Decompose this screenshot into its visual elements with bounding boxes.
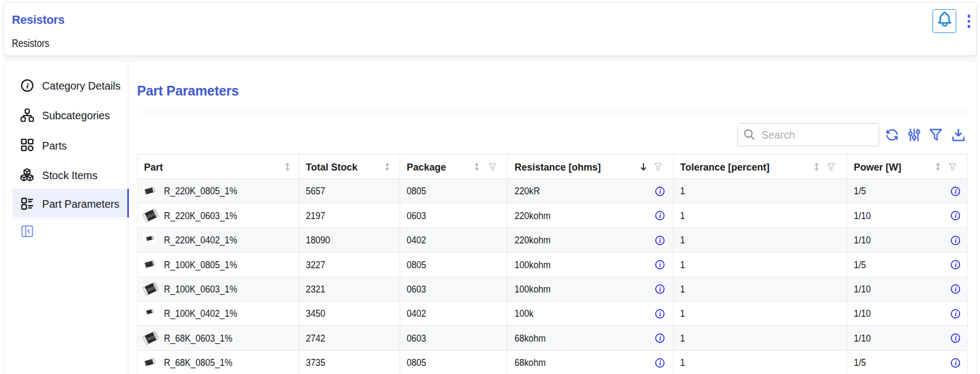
svg-text:i: i <box>659 310 661 318</box>
svg-text:i: i <box>955 261 957 269</box>
svg-text:i: i <box>659 359 661 367</box>
svg-text:i: i <box>955 335 957 342</box>
svg-text:i: i <box>659 237 661 244</box>
svg-text:i: i <box>955 310 957 318</box>
svg-text:i: i <box>659 188 661 195</box>
svg-text:i: i <box>955 237 957 244</box>
svg-text:i: i <box>955 359 957 367</box>
svg-text:i: i <box>659 285 661 293</box>
svg-text:i: i <box>659 261 661 269</box>
svg-text:i: i <box>955 285 957 293</box>
svg-text:i: i <box>955 212 957 220</box>
svg-text:i: i <box>659 335 661 342</box>
svg-text:i: i <box>659 212 661 220</box>
svg-text:i: i <box>26 81 29 90</box>
svg-text:i: i <box>955 188 957 195</box>
